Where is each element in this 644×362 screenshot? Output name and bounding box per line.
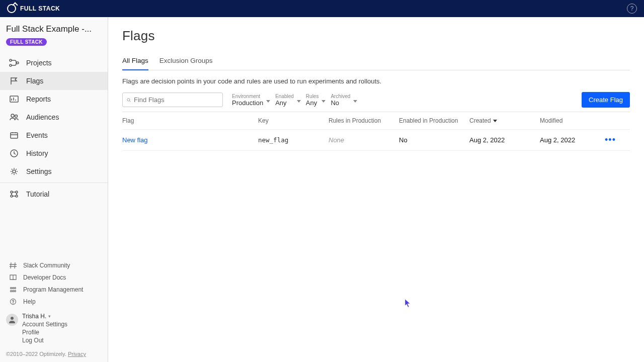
tab-all-flags[interactable]: All Flags [122, 53, 148, 70]
filter-label: Enabled [275, 94, 294, 99]
svg-point-5 [15, 115, 18, 118]
nav: Projects Flags Reports Audiences Events [0, 51, 108, 203]
svg-point-2 [17, 62, 19, 64]
svg-point-14 [13, 288, 14, 289]
privacy-link[interactable]: Privacy [68, 351, 86, 357]
svg-point-0 [10, 59, 12, 61]
sort-desc-icon [493, 120, 497, 122]
gear-icon [8, 166, 20, 176]
sidebar-item-flags[interactable]: Flags [0, 72, 108, 90]
reports-icon [8, 94, 20, 104]
filter-value: Production [232, 99, 263, 107]
book-icon [8, 274, 18, 282]
flag-name-link[interactable]: New flag [122, 136, 258, 144]
sidebar-link-help[interactable]: Help [6, 296, 102, 308]
svg-point-21 [127, 98, 130, 101]
tabs: All Flags Exclusion Groups [122, 53, 630, 70]
tutorial-icon [8, 189, 20, 199]
sidebar-item-tutorial[interactable]: Tutorial [0, 183, 108, 203]
svg-rect-6 [11, 133, 18, 138]
sidebar-item-label: Reports [26, 95, 51, 103]
filter-environment[interactable]: Environment Production [229, 94, 266, 107]
events-icon [8, 130, 20, 140]
filter-label: Archived [331, 94, 350, 99]
main-content: Flags All Flags Exclusion Groups Flags a… [108, 17, 644, 362]
user-name[interactable]: Trisha H. ▾ [22, 313, 67, 320]
sidebar-item-label: Events [26, 131, 48, 139]
sidebar-link-developer-docs[interactable]: Developer Docs [6, 272, 102, 284]
user-name-label: Trisha H. [22, 313, 46, 320]
copyright-text: ©2010–2022 Optimizely. [6, 351, 66, 357]
filter-value: Any [306, 99, 319, 107]
sidebar-link-slack-community[interactable]: Slack Community [6, 259, 102, 272]
search-input-wrapper[interactable] [122, 93, 223, 107]
create-flag-button[interactable]: Create Flag [582, 92, 630, 108]
sidebar: Full Stack Example -... FULL STACK Proje… [0, 17, 108, 362]
filter-label: Rules [306, 94, 319, 99]
filter-label: Environment [232, 94, 263, 99]
sidebar-item-projects[interactable]: Projects [0, 54, 108, 72]
flag-rules: None [329, 136, 399, 144]
page-title: Flags [122, 28, 630, 44]
col-modified[interactable]: Modified [540, 117, 600, 124]
svg-point-8 [13, 170, 16, 173]
sidebar-item-settings[interactable]: Settings [0, 162, 108, 180]
project-name[interactable]: Full Stack Example -... [6, 24, 102, 34]
filter-enabled[interactable]: Enabled Any [272, 94, 297, 107]
svg-point-16 [11, 291, 12, 292]
svg-point-11 [11, 195, 13, 197]
filter-rules[interactable]: Rules Any [303, 94, 322, 107]
branches-icon [8, 58, 20, 68]
brand-name: FULL STACK [20, 5, 60, 12]
sidebar-item-label: Flags [26, 77, 43, 85]
topbar: FULL STACK ? [0, 0, 644, 17]
brand-logo-icon [7, 4, 16, 13]
col-enabled-in-production[interactable]: Enabled in Production [399, 117, 469, 124]
svg-point-18 [15, 291, 16, 292]
filter-archived[interactable]: Archived No [328, 94, 353, 107]
col-key[interactable]: Key [258, 117, 329, 124]
tab-exclusion-groups[interactable]: Exclusion Groups [159, 53, 213, 70]
avatar[interactable] [6, 314, 18, 326]
sidebar-item-label: Settings [26, 167, 52, 175]
svg-point-4 [11, 114, 14, 117]
table-row[interactable]: New flag new_flag None No Aug 2, 2022 Au… [122, 130, 630, 151]
sidebar-item-history[interactable]: History [0, 144, 108, 162]
svg-point-10 [16, 191, 18, 193]
table-header: Flag Key Rules in Production Enabled in … [122, 112, 630, 130]
flags-table: Flag Key Rules in Production Enabled in … [122, 112, 630, 151]
search-input[interactable] [134, 96, 218, 104]
filter-value: Any [275, 99, 294, 107]
brand[interactable]: FULL STACK [7, 4, 60, 13]
col-rules-in-production[interactable]: Rules in Production [329, 117, 399, 124]
user-link-logout[interactable]: Log Out [22, 337, 67, 344]
user-link-profile[interactable]: Profile [22, 329, 67, 336]
svg-point-20 [11, 317, 14, 320]
svg-point-13 [11, 288, 12, 289]
sidebar-link-program-management[interactable]: Program Management [6, 284, 102, 296]
col-flag[interactable]: Flag [122, 117, 258, 124]
history-icon [8, 148, 20, 158]
svg-point-12 [16, 195, 18, 197]
sidebar-item-audiences[interactable]: Audiences [0, 108, 108, 126]
flag-created: Aug 2, 2022 [469, 136, 540, 144]
link-label: Program Management [23, 286, 83, 293]
audiences-icon [8, 112, 20, 122]
search-icon [127, 97, 131, 104]
col-created-label: Created [469, 117, 491, 124]
help-circle-icon [8, 298, 18, 306]
svg-point-17 [13, 291, 14, 292]
col-created[interactable]: Created [469, 117, 540, 124]
filter-value: No [331, 99, 350, 107]
flag-key: new_flag [258, 136, 329, 144]
user-link-account-settings[interactable]: Account Settings [22, 321, 67, 328]
link-label: Slack Community [23, 262, 70, 269]
row-actions-button[interactable]: ••• [600, 135, 620, 145]
filter-row: Environment Production Enabled Any Rules… [122, 92, 630, 108]
svg-point-1 [10, 64, 12, 66]
sidebar-item-reports[interactable]: Reports [0, 90, 108, 108]
sidebar-item-events[interactable]: Events [0, 126, 108, 144]
help-icon[interactable]: ? [627, 4, 637, 14]
svg-point-15 [15, 288, 16, 289]
project-badge: FULL STACK [6, 38, 47, 46]
